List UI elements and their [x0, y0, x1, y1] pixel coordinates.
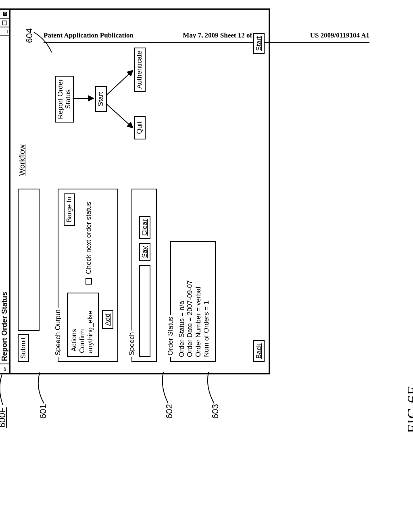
header-right: US 2009/0119104 A1: [310, 31, 369, 39]
speech-input[interactable]: [139, 265, 150, 357]
actions-text-2: anything_else: [86, 297, 94, 353]
titlebar: ✑ Report Order Status _ ❐ ⊠: [0, 10, 10, 373]
submit-row: Submit: [18, 189, 40, 362]
app-window: ✑ Report Order Status _ ❐ ⊠ Submit Speec…: [0, 8, 270, 374]
ref-604: 604: [24, 28, 35, 43]
submit-button[interactable]: Submit: [18, 334, 29, 362]
window-body: Submit Speech Output Barge In Actions Co…: [10, 10, 269, 373]
wf-node-2-label: Start: [97, 92, 104, 106]
svg-line-1: [106, 104, 132, 127]
add-button[interactable]: Add: [102, 310, 113, 329]
ref-603: 603: [210, 404, 221, 419]
wf-arrow-2-3: [106, 95, 136, 131]
wf-arrow-1-2: [73, 96, 95, 101]
order-status-line-2: Order Date = 2007-09-07: [186, 246, 194, 357]
speech-fieldset: Speech Say Clear: [128, 189, 157, 362]
close-button[interactable]: ⊠: [0, 10, 9, 19]
order-status-legend: Order Status: [167, 315, 175, 357]
ref-601: 601: [38, 404, 48, 419]
window-buttons: _ ❐ ⊠: [0, 10, 9, 36]
minimize-button[interactable]: _: [0, 27, 9, 36]
actions-fieldset: Actions Confirm anything_else: [67, 293, 99, 357]
ref-602: 602: [164, 404, 175, 419]
wf-node-start[interactable]: Start: [95, 86, 107, 112]
wf-node-1-label: Report Order Status: [56, 79, 72, 119]
workflow-area: Report Order Status Start Quit Authentic…: [47, 15, 216, 180]
back-button[interactable]: Back: [253, 340, 265, 362]
maximize-button[interactable]: ❐: [0, 19, 9, 27]
submit-field[interactable]: [18, 189, 40, 331]
order-status-line-3: Order Number = verbal: [194, 246, 202, 357]
wf-arrow-2-4: [106, 61, 136, 98]
figure-diagram: FIG.6F 600F 601 602 603 ✑ Report Order S…: [0, 117, 413, 433]
check-next-checkbox[interactable]: [86, 278, 92, 285]
lead-602: [160, 371, 172, 403]
svg-line-2: [106, 71, 132, 95]
wf-node-quit[interactable]: Quit: [134, 116, 146, 139]
window-icon: ✑: [0, 364, 9, 373]
lead-600f: [0, 373, 8, 405]
speech-row: Say Clear: [139, 193, 150, 357]
barge-in-button[interactable]: Barge In: [64, 193, 75, 226]
speech-legend: Speech: [128, 330, 136, 357]
wf-node-4-label: Authenticate: [136, 50, 143, 89]
order-status-fieldset: Order Status Order Status = n/a Order Da…: [167, 241, 216, 362]
order-status-line-1: Order Status = n/a: [178, 246, 186, 357]
clear-button[interactable]: Clear: [139, 216, 150, 239]
check-next-row: Check next order status: [85, 202, 93, 285]
right-pane: Workflow 604 Report Order Status Start Q…: [10, 10, 269, 184]
footer-buttons: Back Start: [253, 192, 265, 362]
check-next-label: Check next order status: [85, 202, 93, 274]
lead-603: [205, 371, 218, 403]
window-title: Report Order Status: [0, 36, 9, 364]
order-status-line-4: Num of Orders = 1: [202, 246, 211, 357]
order-status-lines: Order Status = n/a Order Date = 2007-09-…: [178, 246, 211, 357]
wf-node-report-order-status[interactable]: Report Order Status: [55, 76, 74, 123]
actions-legend: Actions: [70, 297, 78, 353]
speech-output-legend: Speech Output: [54, 308, 62, 357]
wf-node-authenticate[interactable]: Authenticate: [134, 48, 146, 92]
ref-600f: 600F: [0, 407, 8, 428]
left-pane: Submit Speech Output Barge In Actions Co…: [10, 184, 269, 373]
say-button[interactable]: Say: [139, 243, 150, 261]
figure-label: FIG.6F: [403, 386, 413, 433]
actions-text-1: Confirm: [78, 297, 86, 353]
speech-output-fieldset: Speech Output Barge In Actions Confirm a…: [54, 189, 118, 362]
lead-601: [37, 371, 49, 403]
wf-node-3-label: Quit: [136, 121, 143, 134]
